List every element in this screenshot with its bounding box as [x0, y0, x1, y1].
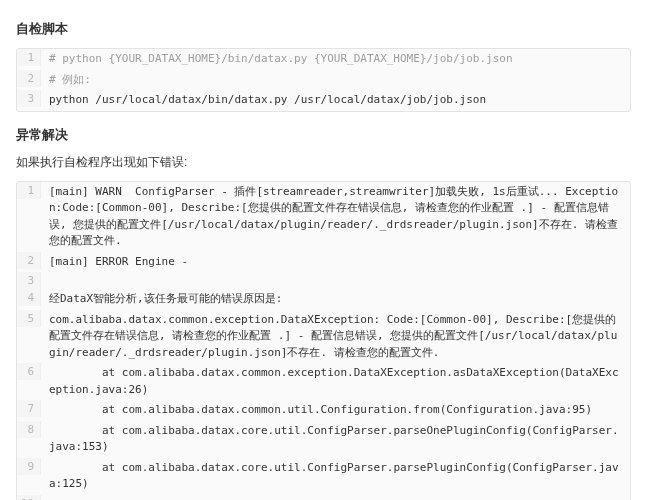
code-block-selfcheck: 1# python {YOUR_DATAX_HOME}/bin/datax.py…	[16, 48, 631, 112]
line-number: 1	[17, 182, 41, 199]
line-number: 6	[17, 363, 41, 380]
section-title-selfcheck: 自检脚本	[16, 20, 631, 38]
line-number: 3	[17, 90, 41, 107]
code-line: at com.alibaba.datax.core.util.ConfigPar…	[41, 495, 630, 501]
code-block-error: 1[main] WARN ConfigParser - 插件[streamrea…	[16, 181, 631, 501]
code-line: [main] ERROR Engine -	[41, 252, 630, 273]
line-number: 1	[17, 49, 41, 66]
line-number: 9	[17, 458, 41, 475]
code-line: [main] WARN ConfigParser - 插件[streamread…	[41, 182, 630, 252]
line-number: 4	[17, 289, 41, 306]
code-line: 经DataX智能分析,该任务最可能的错误原因是:	[41, 289, 630, 310]
code-line: at com.alibaba.datax.common.util.Configu…	[41, 400, 630, 421]
line-number: 5	[17, 310, 41, 327]
line-number: 8	[17, 421, 41, 438]
code-line	[41, 272, 630, 276]
code-line: # 例如:	[41, 70, 630, 91]
code-line: at com.alibaba.datax.core.util.ConfigPar…	[41, 421, 630, 458]
line-number: 10	[17, 495, 41, 501]
line-number: 7	[17, 400, 41, 417]
code-line: # python {YOUR_DATAX_HOME}/bin/datax.py …	[41, 49, 630, 70]
code-line: python /usr/local/datax/bin/datax.py /us…	[41, 90, 630, 111]
code-line: at com.alibaba.datax.common.exception.Da…	[41, 363, 630, 400]
code-line: at com.alibaba.datax.core.util.ConfigPar…	[41, 458, 630, 495]
line-number: 2	[17, 70, 41, 87]
code-line: com.alibaba.datax.common.exception.DataX…	[41, 310, 630, 364]
line-number: 3	[17, 272, 41, 289]
section-title-exception: 异常解决	[16, 126, 631, 144]
line-number: 2	[17, 252, 41, 269]
exception-description: 如果执行自检程序出现如下错误:	[16, 154, 631, 171]
